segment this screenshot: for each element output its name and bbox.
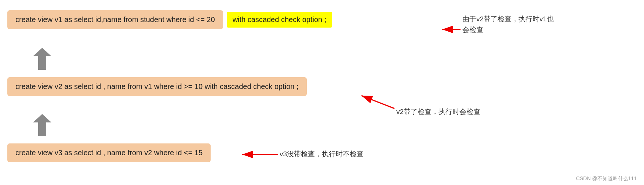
v3-annotation-text: v3没带检查，执行时不检查 — [280, 150, 364, 158]
v2-box-row: create view v2 as select id , name from … — [7, 77, 307, 96]
v1-highlight: with cascaded check option ; — [227, 12, 332, 28]
v3-text: create view v3 as select id , name from … — [15, 149, 203, 157]
v1-box: create view v1 as select id,name from st… — [7, 10, 223, 29]
v2-annotation-text: v2带了检查，执行时会检查 — [396, 108, 480, 115]
v1-annotation: 由于v2带了检查，执行时v1也会检查 — [462, 14, 554, 35]
v1-box-row: create view v1 as select id,name from st… — [7, 10, 332, 29]
watermark-text: CSDN @不知道叫什么111 — [576, 175, 637, 181]
v3-box: create view v3 as select id , name from … — [7, 143, 211, 162]
v1-annotation-text: 由于v2带了检查，执行时v1也会检查 — [462, 15, 554, 33]
svg-line-2 — [361, 96, 394, 108]
v3-annotation: v3没带检查，执行时不检查 — [280, 149, 364, 160]
v3-box-row: create view v3 as select id , name from … — [7, 143, 211, 162]
watermark: CSDN @不知道叫什么111 — [576, 175, 637, 182]
v2-annotation: v2带了检查，执行时会检查 — [396, 107, 480, 117]
arrow-up-1 — [33, 48, 51, 70]
v2-text: create view v2 as select id , name from … — [15, 82, 299, 91]
v1-text: create view v1 as select id,name from st… — [15, 15, 215, 24]
v2-box: create view v2 as select id , name from … — [7, 77, 307, 96]
arrow-up-2 — [33, 114, 51, 136]
